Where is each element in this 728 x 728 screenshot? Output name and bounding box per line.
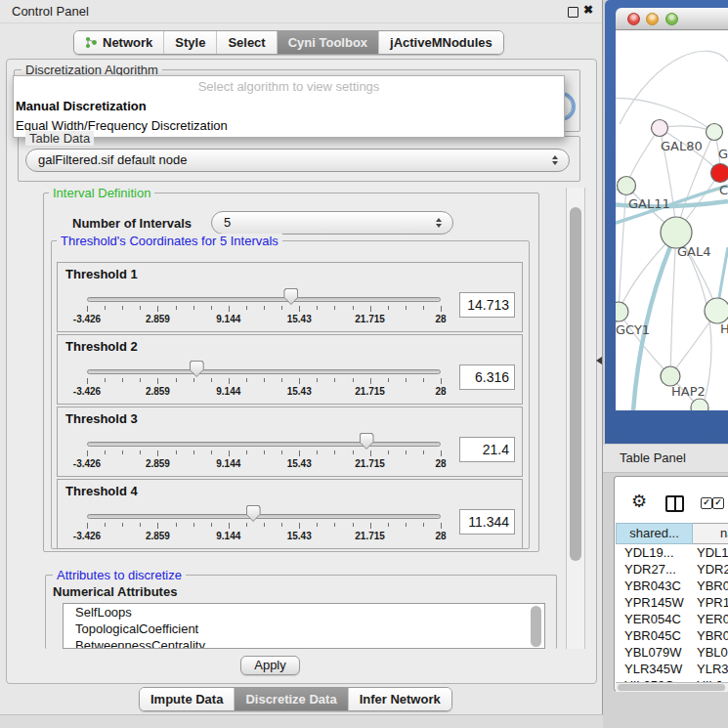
slider-track[interactable]	[87, 297, 441, 302]
network-node[interactable]	[652, 120, 668, 137]
slider-thumb[interactable]	[246, 505, 261, 522]
slider-tick	[264, 306, 265, 310]
close-traffic-light[interactable]	[627, 13, 640, 25]
threshold-value-field[interactable]: 11.344	[459, 509, 515, 535]
slider-thumb[interactable]	[360, 433, 374, 450]
tab-cyni-toolbox[interactable]: Cyni Toolbox	[277, 31, 378, 54]
slider-tick	[406, 306, 407, 310]
slider-track[interactable]	[87, 442, 441, 447]
table-row[interactable]: YDL19...YDL1	[616, 544, 728, 561]
column-header-name[interactable]: name	[693, 523, 728, 544]
table-row[interactable]: YBR045CYBR0	[616, 627, 728, 644]
network-node[interactable]	[691, 399, 708, 410]
slider-tick	[299, 523, 300, 529]
table-toolbar: ⚙✓✓	[615, 477, 728, 522]
close-icon[interactable]: ✖	[583, 3, 593, 17]
node-label: HA	[720, 321, 728, 336]
number-of-intervals-combobox[interactable]: 5	[211, 211, 453, 235]
slider-tick	[353, 450, 354, 454]
table-row[interactable]: YLR345WYLR3	[616, 661, 728, 677]
tab-network[interactable]: Network	[74, 31, 163, 54]
slider-track[interactable]	[87, 369, 441, 374]
right-panel-area: GAL80GAGAL11CYGAL4GCY1HAHAP2 Table Panel…	[603, 0, 728, 728]
tick-label: -3.426	[73, 531, 101, 541]
slider-tick	[388, 306, 389, 310]
slider-thumb[interactable]	[283, 288, 298, 305]
slider-tick	[193, 523, 194, 527]
stepper-arrows-icon	[436, 218, 443, 228]
dropdown-item-equal-width-frequency-discretization[interactable]: Equal Width/Frequency Discretization	[14, 116, 564, 136]
network-node[interactable]	[661, 366, 680, 386]
network-window[interactable]: GAL80GAGAL11CYGAL4GCY1HAHAP2	[605, 0, 728, 444]
table-row[interactable]: YDR27...YDR2	[616, 561, 728, 578]
scrollbar-thumb[interactable]	[618, 684, 725, 691]
tab-jactivemnodules[interactable]: jActiveMNodules	[378, 31, 503, 54]
table-row[interactable]: YER054CYER0	[616, 611, 728, 627]
tick-label: -3.426	[73, 458, 101, 469]
tick-label: 2.859	[146, 531, 170, 541]
threshold-panel-2: Threshold 2-3.4262.8599.14415.4321.71528…	[57, 334, 523, 405]
slider-tick	[423, 306, 424, 310]
tab-discretize-data[interactable]: Discretize Data	[234, 688, 347, 710]
minimize-traffic-light[interactable]	[646, 13, 659, 25]
checkbox-checked-icon[interactable]: ✓	[712, 497, 724, 509]
slider-track[interactable]	[87, 514, 441, 519]
slider-tick	[388, 450, 389, 454]
checkbox-checked-icon[interactable]: ✓	[701, 497, 712, 509]
numerical-attributes-list[interactable]: SelfLoopsTopologicalCoefficientBetweenne…	[63, 603, 545, 649]
column-header-shared[interactable]: shared...	[616, 523, 693, 544]
network-edge	[619, 312, 670, 376]
float-window-icon[interactable]	[568, 7, 578, 18]
threshold-value-field[interactable]: 6.316	[459, 364, 515, 390]
tick-label: 15.43	[287, 458, 312, 469]
slider-tick	[246, 378, 247, 382]
table-row[interactable]: YPR145WYPR1	[616, 594, 728, 611]
split-column-icon[interactable]	[665, 495, 684, 512]
slider-tick	[299, 306, 300, 312]
network-node[interactable]	[618, 177, 636, 195]
tab-infer-network[interactable]: Infer Network	[348, 688, 451, 710]
threshold-panel-1: Threshold 1-3.4262.8599.14415.4321.71528…	[57, 262, 523, 332]
network-node[interactable]	[616, 302, 628, 321]
slider-tick	[441, 306, 442, 312]
table-row[interactable]: YBR043CYBR0	[616, 578, 728, 594]
tick-label: -3.426	[73, 314, 101, 324]
settings-scrollbar[interactable]	[566, 188, 585, 649]
node-label: GA	[718, 147, 728, 161]
table-row[interactable]: YBL079WYBL0	[616, 644, 728, 661]
slider-tick	[193, 378, 194, 382]
tab-impute-data[interactable]: Impute Data	[140, 688, 234, 710]
apply-button[interactable]: Apply	[240, 656, 300, 675]
table-data-combobox[interactable]: galFiltered.sif default node	[25, 149, 570, 172]
list-item-topologicalcoefficient[interactable]: TopologicalCoefficient	[64, 621, 544, 637]
slider-tick	[334, 523, 335, 527]
tick-label: 28	[435, 386, 446, 397]
network-node[interactable]	[707, 124, 723, 141]
list-scrollbar-thumb[interactable]	[531, 606, 541, 647]
tab-style[interactable]: Style	[163, 31, 216, 54]
list-item-betweennesscentrality[interactable]: BetweennessCentrality	[64, 637, 544, 649]
table-horizontal-scrollbar[interactable]	[616, 682, 728, 692]
window-bottom-strip	[0, 714, 603, 728]
node-label: GAL4	[677, 244, 710, 259]
network-edge	[620, 51, 728, 124]
slider-tick	[122, 306, 123, 310]
slider-tick	[157, 523, 158, 529]
table-panel-titlebar: Table Panel	[603, 445, 728, 473]
zoom-traffic-light[interactable]	[665, 13, 678, 25]
threshold-value-field[interactable]: 14.713	[459, 292, 515, 318]
network-view[interactable]: GAL80GAGAL11CYGAL4GCY1HAHAP2	[616, 30, 728, 410]
tab-select[interactable]: Select	[216, 31, 276, 54]
tick-label: 21.715	[355, 531, 385, 541]
network-node[interactable]	[711, 164, 728, 183]
slider-tick	[264, 523, 265, 527]
network-node[interactable]	[705, 298, 728, 323]
scrollbar-thumb[interactable]	[570, 207, 581, 561]
list-item-selfloops[interactable]: SelfLoops	[64, 604, 544, 621]
dropdown-item-manual-discretization[interactable]: Manual Discretization	[14, 97, 564, 116]
gear-icon[interactable]: ⚙	[631, 492, 647, 510]
slider-thumb[interactable]	[190, 361, 204, 377]
threshold-value-field[interactable]: 21.4	[459, 437, 515, 462]
numerical-attributes-label: Numerical Attributes	[53, 584, 177, 599]
slider-tick	[211, 306, 212, 310]
